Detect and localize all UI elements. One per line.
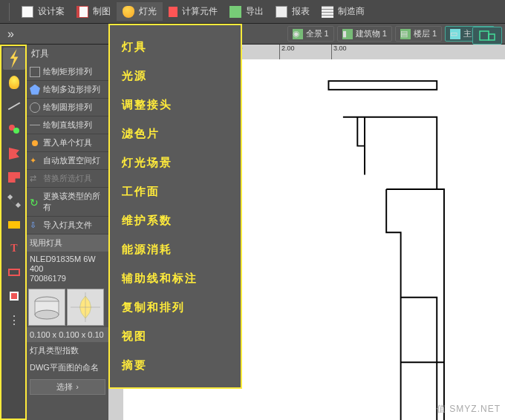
panel-item-single[interactable]: 置入单个灯具: [27, 134, 108, 152]
tool-ruler[interactable]: [3, 214, 25, 236]
dwg-naming-label: DWG平面图的命名: [27, 359, 108, 376]
ribbon-export[interactable]: 导出: [224, 2, 270, 21]
text-icon: T: [8, 243, 20, 255]
single-icon: [32, 140, 38, 146]
menu-copy[interactable]: 复制和排列: [122, 293, 229, 322]
menu-maintenance[interactable]: 维护系数: [122, 206, 229, 235]
auto-icon: ✦: [30, 156, 40, 166]
ruler-icon: [8, 221, 20, 229]
menu-source[interactable]: 光源: [122, 62, 229, 91]
panel-item-replace-all[interactable]: ↻更换该类型的所有: [27, 188, 108, 217]
menu-summary[interactable]: 摘要: [122, 351, 229, 380]
export-icon: [229, 6, 241, 18]
svg-point-4: [35, 310, 59, 319]
tool-rect[interactable]: [3, 261, 25, 283]
flag-icon: [9, 148, 19, 160]
replace-icon: ⇄: [30, 174, 40, 184]
tool-text[interactable]: T: [3, 237, 25, 260]
calculator-icon: [169, 7, 177, 17]
tool-select[interactable]: [3, 285, 25, 307]
ribbon-design[interactable]: 设计案: [16, 2, 71, 21]
circle-array-icon: [30, 102, 40, 113]
menu-scene[interactable]: 灯光场景: [122, 148, 229, 177]
report-icon: [276, 6, 287, 18]
panel-item-replace: ⇄替换所选灯具: [27, 170, 108, 188]
tool-wrench[interactable]: [3, 190, 25, 212]
ribbon-report[interactable]: 报表: [270, 2, 316, 21]
top-ribbon: 设计案 制图 灯光 计算元件 导出 报表 制造商: [0, 0, 505, 24]
menu-filter[interactable]: 滤色片: [122, 119, 229, 148]
panel-item-poly[interactable]: 绘制多边形排列: [27, 81, 108, 99]
ribbon-drafting[interactable]: 制图: [71, 2, 117, 21]
fixture-thumb[interactable]: [28, 289, 65, 326]
building-label: 建筑物 1: [356, 28, 387, 39]
floor-icon: ▤: [400, 29, 411, 39]
shape-icon: [8, 172, 20, 183]
line-array-icon: [30, 120, 40, 131]
tool-bulb[interactable]: [3, 71, 25, 93]
expand-icon[interactable]: »: [3, 27, 19, 41]
wrench-icon: [7, 194, 21, 208]
downlight-icon: [32, 292, 62, 322]
view-tool[interactable]: [472, 27, 502, 45]
context-building[interactable]: ▮ 建筑物 1: [337, 26, 392, 42]
current-fixture-header: 现用灯具: [27, 234, 108, 252]
ribbon-lighting[interactable]: 灯光: [117, 2, 163, 21]
line-icon: [8, 102, 21, 111]
ribbon-manufacturer-label: 制造商: [338, 5, 365, 18]
menu-energy[interactable]: 能源消耗: [122, 235, 229, 264]
panel-item-rect[interactable]: 绘制矩形排列: [27, 63, 108, 81]
watermark: 值 SMYZ.NET: [437, 403, 501, 416]
tool-flag[interactable]: [3, 142, 25, 165]
ribbon-compute-label: 计算元件: [182, 5, 218, 18]
more-icon: ⋮: [8, 313, 20, 327]
fixture-dims: 0.100 x 0.100 x 0.10: [27, 327, 108, 342]
drafting-icon: [76, 6, 88, 18]
photometric-thumb[interactable]: [67, 289, 104, 326]
panorama-label: 全景 1: [306, 28, 329, 39]
poly-array-icon: [30, 85, 40, 95]
context-panorama[interactable]: ◉ 全景 1: [287, 26, 334, 42]
lamp-icon: [123, 6, 134, 18]
select-button[interactable]: 选择 ›: [30, 379, 105, 395]
panel-item-line[interactable]: 绘制直线排列: [27, 117, 108, 134]
document-icon: [22, 6, 33, 18]
rect-array-icon: [30, 67, 40, 77]
panel-item-import[interactable]: ⇩导入灯具文件: [27, 217, 108, 234]
ribbon-export-label: 导出: [246, 5, 264, 18]
panorama-icon: ◉: [293, 29, 303, 39]
circles-icon: [7, 123, 21, 137]
bulb-icon: [9, 76, 19, 89]
type-index-label: 灯具类型指数: [27, 342, 108, 359]
svg-rect-7: [328, 81, 437, 90]
tool-more[interactable]: ⋮: [3, 309, 25, 331]
import-icon: ⇩: [30, 220, 40, 231]
select-icon: [10, 292, 19, 301]
room-icon: ▭: [450, 29, 460, 39]
refresh-icon: ↻: [30, 197, 40, 207]
photometric-icon: [71, 292, 100, 322]
tool-flash[interactable]: [3, 47, 25, 70]
menu-workplane[interactable]: 工作面: [122, 177, 229, 206]
ribbon-report-label: 报表: [292, 5, 310, 18]
ribbon-design-label: 设计案: [38, 5, 65, 18]
chevron-right-icon: ›: [76, 382, 79, 391]
side-panel: 灯具 绘制矩形排列 绘制多边形排列 绘制圆形排列 绘制直线排列 置入单个灯具 ✦…: [27, 45, 108, 420]
menu-view[interactable]: 视图: [122, 322, 229, 351]
panel-item-circle[interactable]: 绘制圆形排列: [27, 99, 108, 117]
menu-guides[interactable]: 辅助线和标注: [122, 264, 229, 293]
menu-joint[interactable]: 调整接头: [122, 91, 229, 119]
context-floor[interactable]: ▤ 楼层 1: [395, 26, 442, 42]
tool-line[interactable]: [3, 95, 25, 117]
grid-icon: [322, 6, 333, 18]
panel-item-auto[interactable]: ✦自动放置空间灯: [27, 152, 108, 170]
svg-rect-1: [489, 34, 495, 40]
floorplan-icon: [479, 30, 495, 41]
ribbon-drafting-label: 制图: [93, 5, 111, 18]
tool-shape[interactable]: [3, 166, 25, 188]
tool-circles[interactable]: [3, 119, 25, 141]
ribbon-manufacturer[interactable]: 制造商: [316, 2, 371, 21]
ribbon-compute[interactable]: 计算元件: [163, 2, 224, 21]
floor-label: 楼层 1: [414, 28, 437, 39]
menu-fixture[interactable]: 灯具: [122, 33, 229, 62]
